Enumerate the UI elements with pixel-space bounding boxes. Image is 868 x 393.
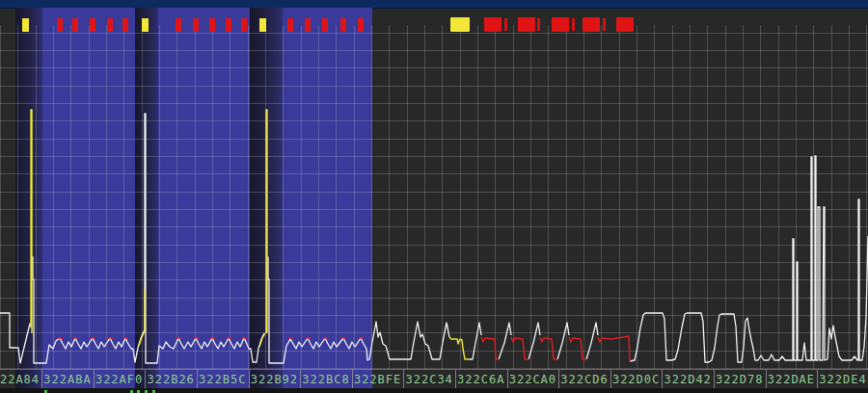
highlight-region-body[interactable] — [42, 8, 135, 388]
address-label: 322C6A — [455, 370, 507, 389]
red-event-marker[interactable] — [287, 18, 293, 32]
red-event-marker[interactable] — [226, 18, 231, 32]
red-event-marker[interactable] — [241, 18, 247, 32]
address-label: 322D78 — [714, 370, 766, 389]
yellow-event-marker-large[interactable] — [450, 17, 470, 32]
red-event-marker-large[interactable] — [616, 17, 634, 32]
red-event-marker-large[interactable] — [552, 17, 569, 32]
red-event-marker[interactable] — [122, 18, 128, 32]
address-label: 322DAE — [766, 370, 818, 389]
address-label: 322B26 — [145, 370, 197, 389]
event-marker-band — [0, 8, 868, 25]
red-event-marker-large[interactable] — [583, 17, 600, 32]
yellow-event-marker[interactable] — [22, 18, 29, 32]
highlight-regions-layer — [0, 0, 868, 393]
red-event-marker[interactable] — [90, 18, 95, 32]
address-label: 322BC8 — [300, 370, 352, 389]
red-event-marker[interactable] — [193, 18, 199, 32]
address-label: 322DE4 — [817, 370, 868, 389]
address-label: 322A84 — [0, 370, 41, 389]
red-event-marker[interactable] — [322, 18, 328, 32]
highlight-region-lead[interactable] — [135, 8, 158, 388]
address-label: 322AF0 — [94, 370, 146, 389]
red-event-marker-large[interactable] — [484, 17, 502, 32]
address-label: 322C34 — [403, 370, 455, 389]
red-event-marker[interactable] — [340, 18, 346, 32]
highlight-region-body[interactable] — [283, 8, 372, 388]
address-label: 322CD6 — [558, 370, 610, 389]
red-event-marker[interactable] — [305, 18, 311, 32]
address-label: 322B92 — [249, 370, 301, 389]
waveform-viewer-window: 322A84322ABA322AF0322B26322B5C322B92322B… — [0, 0, 868, 393]
red-event-marker-thin[interactable] — [603, 18, 606, 31]
address-axis: 322A84322ABA322AF0322B26322B5C322B92322B… — [0, 369, 868, 389]
red-event-marker[interactable] — [72, 18, 78, 32]
address-label: 322ABA — [41, 370, 94, 389]
red-event-marker-large[interactable] — [518, 17, 535, 32]
red-event-marker[interactable] — [209, 18, 215, 32]
address-label: 322CA0 — [507, 370, 559, 389]
yellow-event-marker[interactable] — [142, 18, 149, 32]
red-event-marker-thin[interactable] — [572, 18, 575, 31]
address-label: 322BFE — [352, 370, 404, 389]
highlight-region-lead[interactable] — [15, 8, 42, 388]
red-event-marker[interactable] — [176, 18, 181, 32]
address-label: 322B5C — [197, 370, 249, 389]
red-event-marker[interactable] — [107, 18, 113, 32]
red-event-marker-thin[interactable] — [504, 18, 507, 31]
highlight-region-lead[interactable] — [250, 8, 283, 388]
highlight-region-body[interactable] — [158, 8, 250, 388]
red-event-marker[interactable] — [358, 18, 364, 32]
address-label: 322D0C — [610, 370, 663, 389]
address-label: 322D42 — [662, 370, 714, 389]
red-event-marker-thin[interactable] — [537, 18, 540, 31]
yellow-event-marker[interactable] — [259, 18, 266, 32]
red-event-marker[interactable] — [57, 18, 63, 32]
